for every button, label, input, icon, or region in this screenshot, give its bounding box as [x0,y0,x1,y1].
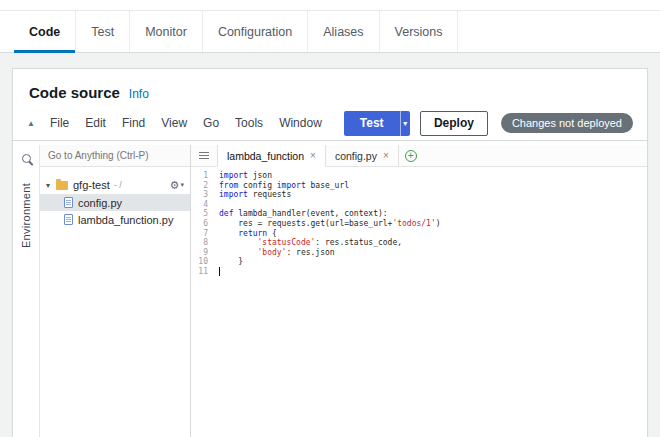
file-tree: ▾ gfg-test - / ⚙ ▾ config.py lambda_func… [40,167,190,228]
menu-edit[interactable]: Edit [77,116,114,130]
line-number: 9 [191,248,213,258]
code-line: 8 'statusCode': res.status_code, [191,238,647,248]
editor-tab-config-py[interactable]: config.py × [326,145,399,166]
plus-icon: + [405,150,417,162]
add-tab-button[interactable]: + [399,145,423,166]
gear-glyph: ⚙ [170,179,180,192]
tab-list-glyph [199,152,209,154]
file-icon [64,197,73,208]
close-icon[interactable]: × [310,150,316,161]
search-icon[interactable] [22,154,31,163]
code-editor[interactable]: 1import json2from config import base_url… [191,167,647,437]
page-title: Code source [29,84,120,101]
line-number: 8 [191,238,213,248]
header-divider [0,0,660,11]
deploy-button[interactable]: Deploy [420,111,488,136]
tree-folder-row[interactable]: ▾ gfg-test - / ⚙ ▾ [40,176,190,194]
code-line: 11 [191,267,647,277]
code-line: 3import requests [191,190,647,200]
console-header: Code Test Monitor Configuration Aliases … [0,0,660,53]
file-explorer: ▾ gfg-test - / ⚙ ▾ config.py lambda_func… [40,145,191,437]
code-source-panel: Code source Info ▲ File Edit Find View G… [12,68,648,437]
editor-tab-label: lambda_function [227,150,304,162]
test-button[interactable]: Test [344,111,400,136]
folder-name: gfg-test [73,179,110,191]
tab-code[interactable]: Code [14,11,76,52]
tab-configuration[interactable]: Configuration [203,11,308,52]
code-line: 9 'body': res.json [191,248,647,258]
code-source-header: Code source Info [13,69,647,101]
code-line: 7 return { [191,229,647,239]
left-icon-rail: Environment [13,145,40,437]
menu-find[interactable]: Find [114,116,153,130]
folder-icon [56,181,68,190]
line-number: 11 [191,267,213,277]
line-number: 10 [191,257,213,267]
file-name: config.py [78,197,122,209]
test-split-button: Test ▼ [344,111,410,136]
code-line: 10 } [191,257,647,267]
settings-gear-icon[interactable]: ⚙ ▾ [170,179,184,192]
ide-workspace: Environment ▾ gfg-test - / ⚙ ▾ config.py [13,145,647,437]
tab-aliases[interactable]: Aliases [308,11,379,52]
code-line: 1import json [191,171,647,181]
tab-list-icon[interactable] [191,145,217,166]
menu-window[interactable]: Window [271,116,330,130]
code-line: 2from config import base_url [191,181,647,191]
line-number: 6 [191,219,213,229]
line-number: 1 [191,171,213,181]
goto-anything-input[interactable] [40,145,190,167]
chevron-down-icon: ▼ [402,120,409,127]
line-number: 5 [191,209,213,219]
code-line: 4 [191,200,647,210]
environment-label: Environment [20,183,32,248]
tab-versions[interactable]: Versions [380,11,459,52]
gear-caret-icon: ▾ [180,181,184,189]
line-number: 7 [191,229,213,239]
tab-test[interactable]: Test [76,11,130,52]
line-number: 3 [191,190,213,200]
code-line: 6 res = requests.get(url=base_url+'todos… [191,219,647,229]
code-editor-pane: lambda_function × config.py × + 1import … [191,145,647,437]
folder-caret-icon[interactable]: ▾ [46,181,56,190]
line-number: 4 [191,200,213,210]
editor-tabstrip: lambda_function × config.py × + [191,145,647,167]
collapse-menu-icon[interactable]: ▲ [27,119,35,128]
menu-go[interactable]: Go [195,116,227,130]
file-name: lambda_function.py [78,214,173,226]
editor-toolbar: ▲ File Edit Find View Go Tools Window Te… [13,106,647,141]
code-line: 5def lambda_handler(event, context): [191,209,647,219]
tree-file-lambda-function[interactable]: lambda_function.py [40,211,190,228]
line-number: 2 [191,181,213,191]
tab-monitor[interactable]: Monitor [130,11,203,52]
menu-tools[interactable]: Tools [227,116,271,130]
menu-view[interactable]: View [153,116,195,130]
folder-path-suffix: - / [114,180,122,190]
info-link[interactable]: Info [129,87,149,101]
file-icon [64,214,73,225]
close-icon[interactable]: × [383,150,389,161]
function-tabs: Code Test Monitor Configuration Aliases … [14,11,458,52]
editor-tab-label: config.py [335,150,377,162]
editor-tab-lambda-function[interactable]: lambda_function × [217,145,326,167]
test-dropdown-button[interactable]: ▼ [400,111,410,136]
menu-file[interactable]: File [42,116,77,130]
status-badge: Changes not deployed [501,113,633,133]
tree-file-config[interactable]: config.py [40,194,190,211]
text-cursor [219,267,220,276]
